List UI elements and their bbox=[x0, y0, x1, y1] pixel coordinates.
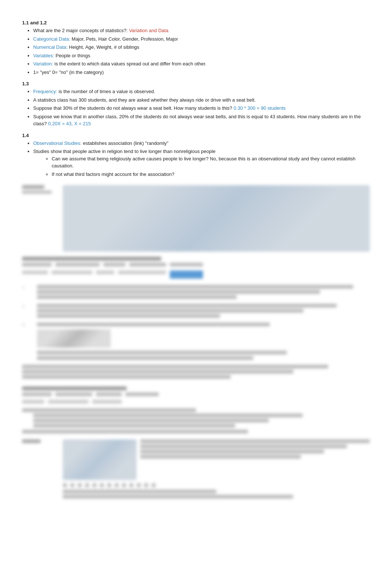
list-item: Observational Studies: establishes assoc… bbox=[33, 140, 370, 147]
section-14-list: Observational Studies: establishes assoc… bbox=[33, 140, 370, 178]
item-value: Studies show that people active in relig… bbox=[33, 149, 216, 154]
item-label: Variables: bbox=[33, 53, 55, 58]
item-value: A statistics class has 300 students, and… bbox=[33, 97, 256, 103]
section-heading-11-12: 1.1 and 1.2 bbox=[22, 20, 370, 25]
section-heading-13: 1.3 bbox=[22, 81, 370, 86]
item-label: Categorical Data: bbox=[33, 36, 72, 42]
item-value: is the number of of times a value is obs… bbox=[59, 89, 155, 94]
section-11-12-list: What are the 2 major concepts of statist… bbox=[33, 27, 370, 76]
sub-list-item: Can we assume that being religiously act… bbox=[52, 155, 370, 170]
item-value: is the extent to which data values sprea… bbox=[55, 61, 207, 67]
list-item: Variation: is the extent to which data v… bbox=[33, 60, 370, 68]
list-item: Suppose that 30% of the students do not … bbox=[33, 105, 370, 112]
item-label: 1= "yes" 0= "no" (in the category) bbox=[33, 69, 104, 75]
list-item: 1= "yes" 0= "no" (in the category) bbox=[33, 69, 370, 76]
list-item: A statistics class has 300 students, and… bbox=[33, 96, 370, 104]
section-heading-14: 1.4 bbox=[22, 133, 370, 138]
item-label: Frequency: bbox=[33, 89, 59, 94]
list-item: Numerical Data: Height, Age, Weight, # o… bbox=[33, 44, 370, 51]
item-label: Suppose that 30% of the students do not … bbox=[33, 105, 234, 111]
item-value: Major, Pets, Hair Color, Gender, Profess… bbox=[72, 36, 178, 42]
item-label: What are the 2 major concepts of statist… bbox=[33, 28, 129, 33]
item-label: Numerical Data: bbox=[33, 44, 69, 50]
list-item: Studies show that people active in relig… bbox=[33, 148, 370, 178]
item-value: establishes association (link) "randomly… bbox=[83, 140, 168, 146]
item-value: People or things bbox=[55, 53, 90, 58]
item-value: Variation and Data bbox=[129, 28, 168, 33]
list-item: Categorical Data: Major, Pets, Hair Colo… bbox=[33, 35, 370, 43]
item-value: Height, Age, Weight, # of siblings bbox=[69, 44, 140, 50]
blurred-content-area: 1. 2. 3. bbox=[22, 185, 370, 500]
sub-list-item: If not what third factors might account … bbox=[52, 171, 370, 178]
section-13-list: Frequency: is the number of of times a v… bbox=[33, 88, 370, 127]
item-label: Observational Studies: bbox=[33, 140, 83, 146]
item-answer: 0.20X = 43, X = 215 bbox=[48, 121, 91, 126]
list-item: What are the 2 major concepts of statist… bbox=[33, 27, 370, 34]
list-item: Variables: People or things bbox=[33, 52, 370, 59]
list-item: Frequency: is the number of of times a v… bbox=[33, 88, 370, 95]
sub-list: Can we assume that being religiously act… bbox=[52, 155, 370, 178]
list-item: Suppose we know that in another class, 2… bbox=[33, 113, 370, 127]
item-label: Variation: bbox=[33, 61, 55, 67]
item-answer: 0.30 * 300 = 90 students bbox=[234, 105, 286, 111]
